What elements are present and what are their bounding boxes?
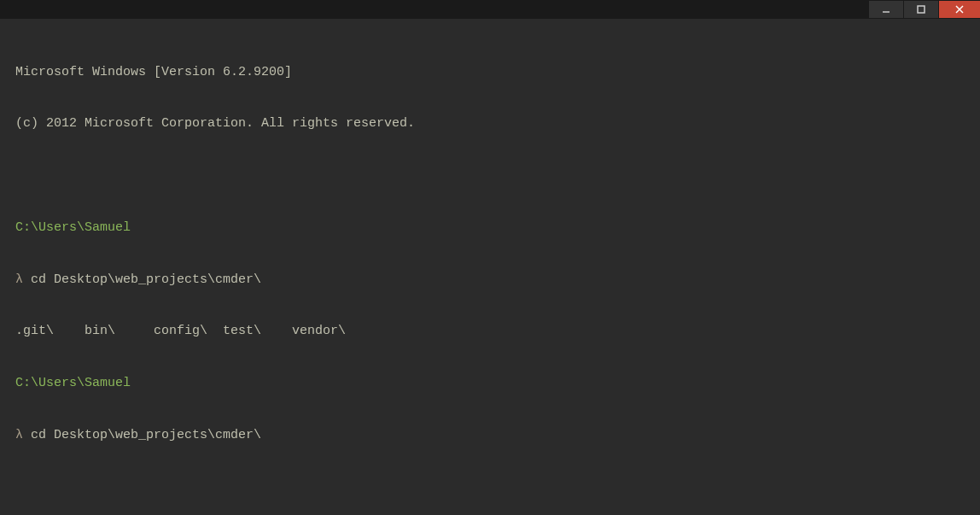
minimize-icon xyxy=(882,5,890,14)
command-line: λ cd Desktop\web_projects\cmder\ xyxy=(15,272,965,289)
svg-rect-1 xyxy=(918,6,925,13)
prompt-line: C:\Users\Samuel xyxy=(15,375,965,392)
blank-line xyxy=(15,167,965,184)
close-icon xyxy=(955,5,964,14)
minimize-button[interactable] xyxy=(869,1,903,18)
close-button[interactable] xyxy=(939,1,980,18)
command-text: cd Desktop\web_projects\cmder\ xyxy=(23,428,261,442)
titlebar xyxy=(0,0,980,19)
prompt-path: C:\Users\Samuel xyxy=(15,220,131,235)
header-line: Microsoft Windows [Version 6.2.9200] xyxy=(15,64,965,81)
prompt-line: C:\Users\Samuel xyxy=(15,219,965,237)
maximize-icon xyxy=(917,5,925,14)
terminal-body[interactable]: Microsoft Windows [Version 6.2.9200] (c)… xyxy=(0,19,980,515)
blank-line xyxy=(15,479,965,496)
command-text: cd Desktop\web_projects\cmder\ xyxy=(23,272,261,287)
lambda-icon: λ xyxy=(15,272,23,287)
header-line: (c) 2012 Microsoft Corporation. All righ… xyxy=(15,115,965,132)
lambda-icon: λ xyxy=(15,428,23,442)
terminal-window: Microsoft Windows [Version 6.2.9200] (c)… xyxy=(0,0,980,515)
command-line: λ cd Desktop\web_projects\cmder\ xyxy=(15,427,965,444)
prompt-path: C:\Users\Samuel xyxy=(15,376,131,390)
completion-line: .git\ bin\ config\ test\ vendor\ xyxy=(15,323,965,340)
maximize-button[interactable] xyxy=(904,1,938,18)
